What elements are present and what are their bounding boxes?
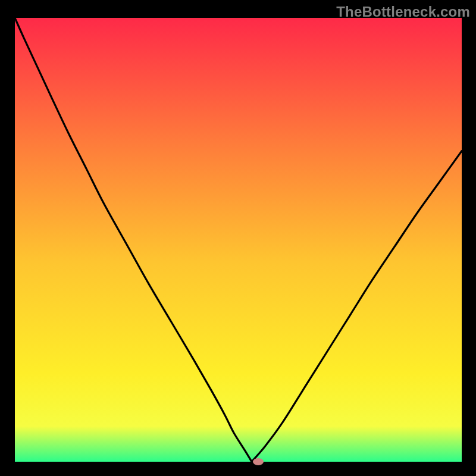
chart-frame: TheBottleneck.com bbox=[0, 0, 476, 476]
plot-area bbox=[15, 18, 462, 462]
chart-svg bbox=[15, 18, 462, 462]
watermark-text: TheBottleneck.com bbox=[336, 4, 470, 20]
gradient-background bbox=[15, 18, 462, 462]
bottleneck-marker bbox=[253, 458, 264, 465]
